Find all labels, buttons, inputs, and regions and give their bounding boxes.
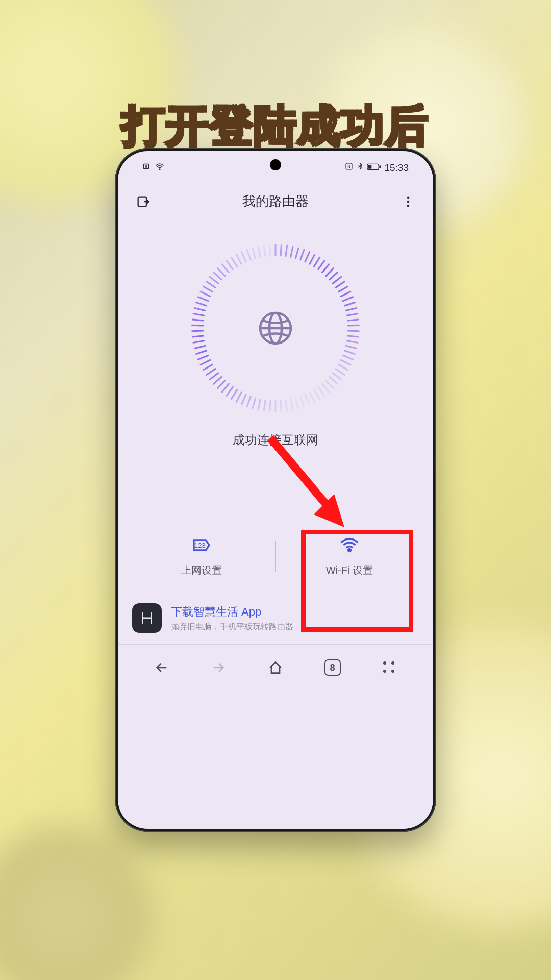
network-settings-icon: 123: [191, 535, 212, 555]
svg-rect-8: [380, 165, 381, 168]
svg-rect-9: [368, 165, 372, 168]
tab-count-badge: 8: [324, 659, 341, 676]
status-indicator-icon: B: [142, 162, 152, 174]
browser-back-button[interactable]: [151, 657, 172, 678]
browser-home-button[interactable]: [265, 657, 286, 678]
network-settings-button[interactable]: 123 上网设置: [128, 535, 276, 577]
background-blur: [0, 827, 153, 980]
page-title: 我的路由器: [242, 192, 309, 210]
connection-dial-area: 成功连接互联网: [118, 218, 433, 448]
menu-grid-icon: [383, 662, 395, 674]
browser-tabs-button[interactable]: 8: [322, 657, 343, 678]
svg-point-4: [159, 169, 160, 170]
nfc-icon: N: [344, 162, 354, 174]
camera-notch: [270, 159, 281, 170]
more-menu-button[interactable]: [399, 193, 417, 210]
video-caption-overlay: 打开登陆成功后: [122, 97, 429, 155]
svg-point-12: [407, 200, 410, 203]
browser-nav-bar: 8: [118, 644, 433, 695]
status-time: 15:33: [384, 162, 409, 174]
app-promo-icon: [132, 603, 162, 633]
exit-button[interactable]: [134, 193, 152, 210]
app-header: 我的路由器: [118, 184, 433, 218]
network-settings-label: 上网设置: [181, 564, 222, 577]
svg-text:B: B: [145, 164, 147, 169]
wifi-signal-icon: [155, 161, 165, 174]
svg-text:123: 123: [194, 542, 206, 549]
svg-point-11: [407, 196, 410, 199]
svg-point-13: [407, 204, 410, 207]
browser-menu-button[interactable]: [379, 657, 400, 678]
battery-icon: [367, 162, 381, 174]
annotation-highlight-box: [301, 530, 413, 632]
bluetooth-icon: [357, 162, 364, 174]
browser-forward-button[interactable]: [208, 657, 229, 678]
svg-text:N: N: [348, 164, 350, 169]
connection-dial: [191, 244, 360, 412]
